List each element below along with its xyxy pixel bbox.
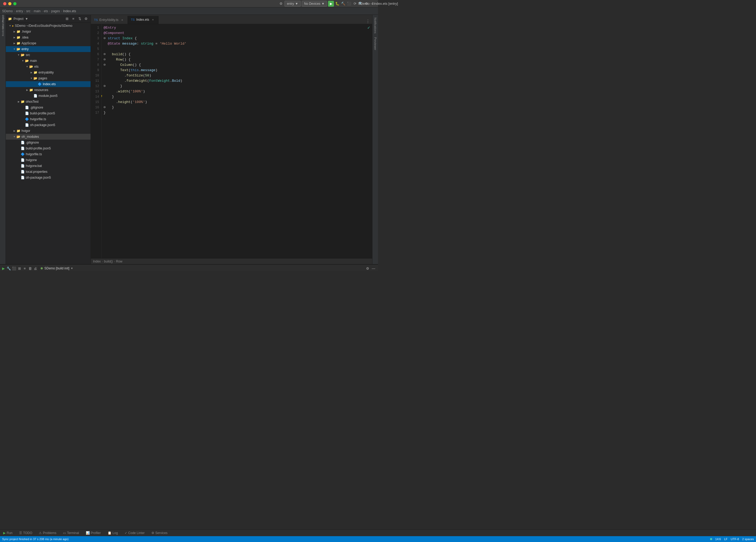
tree-buildprofile1[interactable]: 📄 build-profile.json5 <box>6 110 91 116</box>
code-line-10: .fontSize(50) <box>104 73 370 78</box>
bottom-header-right: ⚙ — <box>365 266 378 271</box>
project-label: Project <box>14 17 23 21</box>
run-stop-icon[interactable]: ⬛ <box>12 266 16 271</box>
code-content[interactable]: ✓ @Entry @Component ⊖ struct Index { @St… <box>101 24 372 258</box>
tree-buildprofile2[interactable]: 📄 build-profile.json5 <box>6 146 91 151</box>
bookmarks-icon[interactable]: Bookmarks <box>0 28 6 33</box>
run-wrench-icon[interactable]: 🔧 <box>6 266 11 271</box>
tree-entryability[interactable]: ▶ 📁 entryability <box>6 70 91 75</box>
code-line-8: ⊖ Column() { <box>104 62 370 68</box>
tree-entry[interactable]: ▼ 📂 entry <box>6 46 91 52</box>
code-line-12: ⊖ } <box>104 84 370 89</box>
tab-ts-icon2: TS <box>131 18 135 21</box>
breadcrumb-file[interactable]: Index.ets <box>63 9 76 13</box>
tree-appscope[interactable]: ▶ 📁 AppScope <box>6 40 91 46</box>
dropdown-arrow: ▼ <box>295 2 298 6</box>
tab-more-icon[interactable]: ⋮ <box>364 19 372 24</box>
entry-dropdown[interactable]: entry ▼ <box>284 1 301 7</box>
tab-run[interactable]: SDemo [build init] × <box>39 265 75 271</box>
tree-idea[interactable]: ▶ 📁 .idea <box>6 35 91 40</box>
tree-hvigor[interactable]: ▶ 📁 .hvigor <box>6 29 91 35</box>
run-play-icon[interactable]: ▶ <box>1 266 6 271</box>
breadcrumb-pages[interactable]: pages <box>51 9 60 13</box>
run-tab-close[interactable]: × <box>71 267 73 270</box>
sync-icon[interactable]: ⟳ <box>352 1 357 6</box>
tree-hvigorfile2[interactable]: 🔷 hvigorfile.ts <box>6 151 91 157</box>
tab-entryability-label: EntryAbility.ts <box>99 18 118 22</box>
code-line-11: .fontWeight(FontWeight.Bold) <box>104 78 370 84</box>
notifications-panel[interactable]: Notifications <box>373 16 377 35</box>
left-sidebar-icons: Project Structure Bookmarks <box>0 15 6 264</box>
tree-sort-icon[interactable]: ⇅ <box>77 16 82 21</box>
maximize-button[interactable] <box>13 2 16 5</box>
code-line-2: @Component <box>104 31 370 36</box>
breadcrumb-bar: SDemo › entry › src › main › ets › pages… <box>0 7 378 15</box>
minimize-button[interactable] <box>8 2 11 5</box>
breadcrumb-row[interactable]: Row <box>116 260 122 263</box>
dropdown-arrow2: ▼ <box>321 2 325 6</box>
tree-module-json[interactable]: 📄 module.json5 <box>6 93 91 99</box>
bottom-panel: ▶ 🔧 ⬛ ⊞ ≡ 🗑 🖨 SDemo [build init] × ⚙ — D… <box>0 264 378 271</box>
tab-close-index[interactable]: × <box>151 18 155 22</box>
breadcrumb-src[interactable]: src <box>26 9 31 13</box>
line-numbers: 1 2 3 4 5 6 7 8 9 10 11 12 13 14 15 16 1… <box>91 24 101 258</box>
no-devices-dropdown[interactable]: No Devices ▼ <box>302 1 327 7</box>
tree-collapse-icon[interactable]: ≡ <box>71 16 76 21</box>
close-button[interactable] <box>3 2 6 5</box>
tree-src[interactable]: ▼ 📂 src <box>6 52 91 58</box>
entry-label: entry <box>287 2 294 6</box>
bottom-settings-icon[interactable]: ⚙ <box>365 266 370 271</box>
previewer-panel[interactable]: Previewer <box>373 36 377 52</box>
tree-pages[interactable]: ▼ 📂 pages <box>6 75 91 81</box>
breadcrumb-ets[interactable]: ets <box>44 9 48 13</box>
tree-expand-icon[interactable]: ⊞ <box>65 16 69 21</box>
tree-resources[interactable]: ▶ 📁 resources <box>6 87 91 93</box>
tree-ohpackage1[interactable]: 📄 oh-package.json5 <box>6 122 91 128</box>
tab-ts-icon1: TS <box>94 18 98 22</box>
tree-oh-modules[interactable]: ▼ 📂 oh_modules <box>6 134 91 140</box>
tree-hvigordir[interactable]: ▶ 📁 hvigor <box>6 128 91 134</box>
tree-localprops[interactable]: 📄 local.properties <box>6 169 91 175</box>
breadcrumb-index[interactable]: Index <box>93 260 101 263</box>
tree-ets[interactable]: ▼ 📂 ets <box>6 64 91 70</box>
title-bar: SDemo – Index.ets [entry] ⚙ entry ▼ No D… <box>0 0 378 7</box>
tab-entryability[interactable]: TS EntryAbility.ts × <box>91 16 128 24</box>
tab-index[interactable]: TS Index.ets × <box>128 16 159 24</box>
tree-settings-icon[interactable]: ⚙ <box>84 16 88 21</box>
tree-gitignore2[interactable]: 📄 .gitignore <box>6 140 91 146</box>
tab-close-entryability[interactable]: × <box>120 18 124 22</box>
stop-icon[interactable]: ⬛ <box>347 1 351 6</box>
run-debug-icon[interactable]: 🐛 <box>335 1 340 6</box>
tree-header-icons: ⊞ ≡ ⇅ ⚙ <box>65 16 88 21</box>
tree-hvigorwbat[interactable]: 📄 hvigorw.bat <box>6 163 91 169</box>
run-tab-label: SDemo [build init] <box>44 267 69 270</box>
tree-index-ets[interactable]: 🔷 Index.ets <box>6 81 91 87</box>
tree-root[interactable]: ▼ ▸ SDemo ~/DevEcoStudioProjects/SDemo <box>6 23 91 29</box>
tree-main[interactable]: ▼ 📂 main <box>6 58 91 64</box>
breadcrumb-build[interactable]: build() <box>104 260 113 263</box>
play-button[interactable]: ▶ <box>328 1 334 7</box>
hint-icon: 💡 <box>101 94 103 100</box>
tree-ohostest[interactable]: ▶ 📁 ohosTest <box>6 99 91 105</box>
bottom-minimize-icon[interactable]: — <box>371 266 376 271</box>
settings-icon[interactable]: ⚙ <box>279 1 283 6</box>
code-line-17: } <box>104 110 370 116</box>
breadcrumb-main[interactable]: main <box>34 9 41 13</box>
editor-area: TS EntryAbility.ts × TS Index.ets × ⋮ 1 … <box>91 15 372 264</box>
breadcrumb-entry[interactable]: entry <box>16 9 23 13</box>
code-line-15: .height('100%') <box>104 100 370 105</box>
tree-gitignore1[interactable]: 📄 .gitignore <box>6 105 91 110</box>
tree-hvigorfile1[interactable]: 🔷 hvigorfile.ts <box>6 116 91 122</box>
run-lines-icon[interactable]: ≡ <box>22 266 27 271</box>
code-line-5 <box>104 46 370 52</box>
run-layout-icon[interactable]: ⊞ <box>17 266 22 271</box>
breadcrumb-sapp[interactable]: SDemo <box>2 9 13 13</box>
run-clear-icon[interactable]: 🗑 <box>28 266 32 271</box>
tree-ohpackage2[interactable]: 📄 oh-package.json5 <box>6 175 91 181</box>
run-print-icon[interactable]: 🖨 <box>33 266 38 271</box>
code-line-7: ⊖ Row() { <box>104 57 370 62</box>
tree-hvigorw[interactable]: 📄 hvigorw <box>6 157 91 163</box>
build-icon[interactable]: 🔨 <box>341 1 346 6</box>
code-line-4: @State message: string = 'Hello World' <box>104 41 370 46</box>
code-editor[interactable]: 1 2 3 4 5 6 7 8 9 10 11 12 13 14 15 16 1… <box>91 24 372 258</box>
